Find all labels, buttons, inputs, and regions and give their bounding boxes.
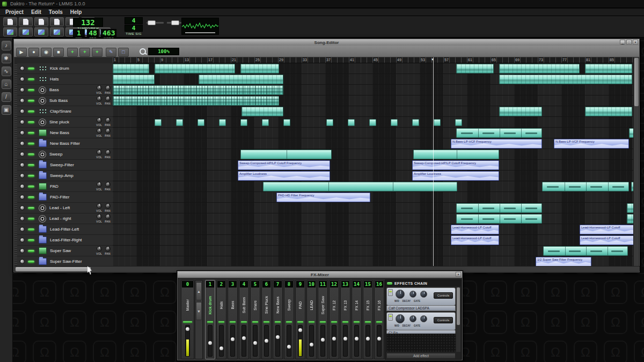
timesig-denominator[interactable]: 4 (125, 25, 143, 32)
root-directory-icon[interactable]: / (2, 92, 11, 102)
time-signature-display[interactable]: 4 4 TIME SIG (125, 17, 143, 35)
pattern-segment[interactable] (199, 75, 283, 84)
track-lane[interactable] (113, 128, 635, 138)
track-mute-button[interactable] (20, 120, 25, 124)
track-lane[interactable] (113, 149, 635, 160)
track-grip-handle[interactable] (14, 95, 17, 106)
mixer-channel-13[interactable]: 13FX 13 (340, 280, 350, 359)
pattern-segment[interactable] (456, 128, 542, 138)
track-grip-handle[interactable] (14, 192, 17, 203)
track-mute-button[interactable] (20, 238, 25, 242)
track-mute-button[interactable] (20, 195, 25, 200)
fader-handle[interactable] (321, 338, 325, 342)
fader-handle[interactable] (208, 341, 212, 345)
mixer-channel-11[interactable]: 11Super Saw (318, 280, 328, 359)
track-grip-handle[interactable] (14, 117, 17, 128)
mixer-channel-15[interactable]: 15FX 15 (363, 280, 373, 359)
channel-fader[interactable] (264, 325, 269, 357)
track-mute-button[interactable] (20, 66, 25, 71)
pattern-segment[interactable] (499, 107, 542, 116)
song-editor-title-bar[interactable]: Song-Editor ▁ □ ✕ (14, 39, 639, 46)
menu-item-project[interactable]: Project (5, 9, 24, 15)
playhead-marker-icon[interactable]: ▼ (431, 58, 434, 61)
track-grip-handle[interactable] (14, 128, 17, 138)
channel-fader[interactable] (241, 325, 246, 357)
track-name[interactable]: Sine pluck (49, 120, 69, 124)
track-name[interactable]: PAD-Filter (50, 195, 69, 200)
track-grip-handle[interactable] (14, 235, 17, 246)
channel-fader[interactable] (354, 325, 359, 357)
track-name[interactable]: Super Saw (50, 248, 71, 253)
fader-handle[interactable] (276, 335, 280, 339)
pan-knob[interactable] (105, 246, 111, 252)
scroll-down-icon[interactable]: ▼ (196, 302, 202, 320)
track-grip-handle[interactable] (14, 203, 17, 213)
track-lane[interactable] (113, 63, 635, 74)
channel-name[interactable]: New Bass (273, 290, 282, 320)
scroll-up-icon[interactable]: ▲ (196, 282, 202, 300)
decay-knob[interactable] (409, 291, 416, 298)
channel-name[interactable]: Sweep (284, 290, 294, 320)
samples-icon[interactable]: ∿ (2, 67, 11, 76)
track-grip-handle[interactable] (14, 256, 17, 267)
bb-editor-button[interactable] (19, 27, 33, 36)
effect-enabled-led[interactable] (388, 314, 393, 321)
mixer-channel-9[interactable]: 9PAD (295, 280, 305, 359)
effects-scrollbar[interactable] (456, 287, 460, 352)
piano-roll-button[interactable] (34, 27, 48, 36)
track-lane[interactable] (113, 246, 635, 256)
channel-fader[interactable] (298, 325, 303, 357)
fader-handle[interactable] (253, 341, 257, 345)
mixer-channel-14[interactable]: 14FX 14 (352, 280, 362, 359)
channel-name[interactable]: Sub Bass (239, 290, 248, 320)
track-lane[interactable] (113, 213, 635, 224)
track-name[interactable]: Kick drum (50, 66, 69, 71)
pattern-segment[interactable] (262, 119, 269, 126)
new-project-button[interactable] (3, 17, 17, 26)
automation-pattern[interactable]: PAD-HD Filter Frequency (276, 193, 370, 202)
add-effect-button[interactable]: Add effect (386, 353, 456, 359)
channel-name[interactable]: Master (181, 290, 194, 320)
track-lane[interactable] (113, 203, 635, 213)
pattern-segment[interactable] (113, 75, 155, 84)
track-name[interactable]: Clap/Snare (50, 109, 71, 114)
computer-icon[interactable]: ▣ (2, 105, 11, 115)
pattern-segment[interactable] (113, 64, 149, 73)
pattern-segment[interactable] (585, 107, 632, 116)
effect-unit[interactable]: W/DDECAYGATEControls (386, 287, 456, 306)
channel-name[interactable]: Sine Pluck (262, 290, 271, 320)
pattern-segment[interactable] (155, 64, 235, 73)
gate-knob[interactable] (420, 315, 427, 322)
fader-handle[interactable] (265, 339, 268, 343)
pan-knob[interactable] (105, 117, 111, 123)
pan-knob[interactable] (105, 182, 111, 187)
channel-name[interactable]: FX 13 (341, 290, 350, 320)
track-mute-button[interactable] (20, 173, 25, 178)
channel-name[interactable]: FX 15 (363, 290, 372, 320)
channel-fader[interactable] (309, 325, 314, 357)
channel-fader[interactable] (320, 325, 325, 357)
draw-mode-button[interactable]: ✎ (106, 48, 116, 57)
mixer-channel-0[interactable]: 0Master (181, 280, 194, 359)
fader-handle[interactable] (355, 337, 358, 341)
automation-pattern[interactable]: Amplifier Loudness (238, 171, 330, 181)
pattern-segment[interactable] (456, 214, 542, 224)
channel-fader[interactable] (253, 325, 258, 357)
track-lane[interactable]: Lead-Homewood-LP CutoffLead-Homewood-LP … (113, 235, 635, 246)
zoom-control[interactable]: 100% (140, 48, 179, 55)
fader-handle[interactable] (366, 337, 370, 341)
automation-pattern[interactable]: Lead-Homewood-LP Cutoff (451, 225, 499, 234)
track-grip-handle[interactable] (14, 160, 17, 171)
fader-handle[interactable] (287, 345, 291, 349)
track-lane[interactable]: Amplifier LoudnessAmplifier Loudness (113, 171, 635, 181)
channel-fader[interactable] (208, 325, 213, 357)
channel-fader[interactable] (287, 325, 291, 357)
track-name[interactable]: Hats (50, 77, 58, 82)
channel-name[interactable]: PAD (296, 290, 305, 320)
decay-knob[interactable] (409, 315, 416, 322)
mixer-channel-1[interactable]: 1Kick drum (205, 280, 215, 359)
pattern-segment[interactable] (434, 119, 441, 126)
vertical-scrollbar[interactable] (633, 57, 639, 267)
track-grip-handle[interactable] (14, 224, 17, 235)
channel-fader[interactable] (185, 325, 190, 357)
